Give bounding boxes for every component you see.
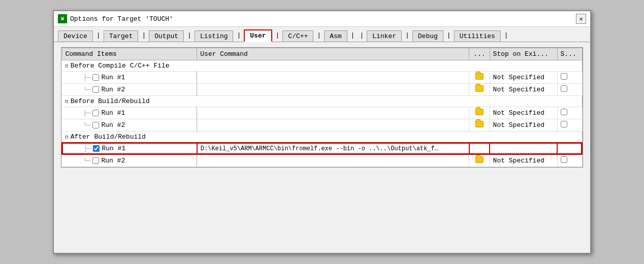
after-build-run1-ellipsis [469, 143, 490, 154]
table-row-highlighted: ├─ Run #1 D:\Keil_v5\ARM\ARMCC\bin\frome… [62, 143, 582, 154]
before-compile-run2-command [197, 84, 469, 96]
table-container: Command Items User Command ... Stop on E… [61, 47, 583, 168]
before-compile-run1-not-specified: Not Specified [493, 74, 544, 81]
expand-icon-before-compile[interactable]: ⊟ [65, 62, 69, 69]
after-build-run2-checkbox[interactable] [92, 157, 99, 164]
tree-line: ├─ [83, 74, 90, 81]
tab-listing[interactable]: Listing [195, 30, 234, 42]
header-user-command: User Command [197, 48, 469, 60]
before-compile-run2-label-cell: └─ Run #2 [62, 84, 197, 96]
tab-sep-3: | [185, 29, 194, 42]
tab-target[interactable]: Target [104, 30, 139, 42]
before-build-run1-s-checkbox[interactable] [561, 109, 567, 115]
before-compile-run2-checkbox[interactable] [92, 86, 99, 93]
after-build-run2-ellipsis [469, 154, 490, 167]
before-build-run2-not-specified: Not Specified [493, 121, 544, 129]
tab-sep-2: | [140, 29, 148, 42]
before-compile-run1-item: ├─ Run #1 [65, 74, 194, 81]
tab-sep-5: | [274, 29, 282, 42]
before-build-run2-s [557, 119, 582, 131]
tab-utilities[interactable]: Utilities [454, 30, 501, 42]
section-label-before-build: Before Build/Rebuild [71, 97, 150, 105]
before-compile-run1-ellipsis [469, 72, 490, 84]
section-before-compile: ⊟ Before Compile C/C++ File [62, 60, 582, 72]
folder-icon[interactable] [475, 109, 484, 115]
tab-sep-7b: | [358, 29, 366, 42]
before-build-run1-stop: Not Specified [490, 107, 557, 119]
after-build-run1-s [557, 143, 582, 154]
before-build-run2-stop: Not Specified [490, 119, 557, 131]
before-compile-run1-command [197, 72, 469, 84]
main-content: Command Items User Command ... Stop on E… [54, 42, 590, 253]
after-build-run2-command [197, 154, 469, 167]
tab-sep-1: | [94, 29, 103, 42]
close-button[interactable]: ✕ [576, 14, 586, 24]
tree-line: └─ [83, 86, 90, 93]
tab-debug[interactable]: Debug [412, 30, 443, 42]
before-build-run1-label: Run #1 [101, 109, 125, 117]
folder-icon[interactable] [475, 85, 484, 92]
after-build-run2-label: Run #2 [101, 157, 125, 164]
expand-icon-after-build[interactable]: ⊟ [65, 134, 69, 140]
before-build-run1-label-cell: ├─ Run #1 [62, 107, 197, 119]
tab-device[interactable]: Device [58, 30, 93, 42]
before-compile-run1-label-cell: ├─ Run #1 [62, 72, 197, 84]
section-header-before-build: ⊟ Before Build/Rebuild [62, 96, 582, 107]
title-bar-left: W Options for Target 'TOUCH' [58, 14, 173, 23]
tab-cpp[interactable]: C/C++ [282, 30, 313, 42]
header-ellipsis: ... [469, 48, 490, 60]
tree-line: ├─ [84, 145, 91, 152]
folder-icon[interactable] [475, 156, 484, 163]
tab-sep-7: | [349, 29, 357, 42]
after-build-run2-label-cell: └─ Run #2 [62, 154, 197, 167]
before-compile-run1-s [557, 72, 582, 84]
before-build-run2-s-checkbox[interactable] [561, 121, 567, 127]
before-compile-run1-s-checkbox[interactable] [561, 73, 567, 80]
before-compile-run2-s-checkbox[interactable] [561, 85, 567, 92]
before-build-run1-not-specified: Not Specified [493, 109, 544, 117]
table-row: ├─ Run #1 Not Specified [62, 107, 582, 119]
before-compile-run1-checkbox[interactable] [92, 74, 99, 81]
dialog-title: Options for Target 'TOUCH' [70, 15, 173, 23]
after-build-run1-stop [490, 143, 557, 154]
after-build-run2-stop: Not Specified [490, 154, 557, 167]
app-icon: W [58, 14, 67, 23]
tab-output[interactable]: Output [149, 30, 184, 42]
section-after-build: ⊟ After Build/Rebuild [62, 131, 582, 143]
folder-icon[interactable] [475, 121, 484, 127]
user-table: Command Items User Command ... Stop on E… [61, 48, 583, 167]
before-build-run2-label: Run #2 [101, 121, 125, 129]
before-compile-run1-stop: Not Specified [490, 72, 557, 84]
before-compile-run2-item: └─ Run #2 [65, 86, 194, 93]
after-build-run1-label-cell: ├─ Run #1 [62, 143, 197, 154]
tab-linker[interactable]: Linker [367, 30, 402, 42]
after-build-run2-s [557, 154, 582, 167]
folder-icon[interactable] [475, 73, 484, 80]
before-compile-run2-s [557, 84, 582, 96]
expand-icon-before-build[interactable]: ⊟ [65, 98, 69, 105]
after-build-run2-s-checkbox[interactable] [561, 156, 567, 163]
before-build-run1-s [557, 107, 582, 119]
before-compile-run2-ellipsis [469, 84, 490, 96]
tab-asm[interactable]: Asm [324, 30, 347, 42]
after-build-run1-label: Run #1 [102, 145, 125, 152]
tab-user[interactable]: User [244, 29, 272, 42]
section-label-before-compile: Before Compile C/C++ File [71, 62, 170, 70]
dialog: W Options for Target 'TOUCH' ✕ Device | … [53, 10, 591, 254]
table-row: └─ Run #2 Not Specified [62, 154, 582, 167]
table-row: └─ Run #2 Not Specified [62, 84, 582, 96]
after-build-run1-checkbox[interactable] [93, 145, 100, 152]
table-row: └─ Run #2 Not Specified [62, 119, 582, 131]
before-build-run1-checkbox[interactable] [92, 110, 99, 116]
before-build-run2-label-cell: └─ Run #2 [62, 119, 197, 131]
tree-line: └─ [83, 157, 90, 164]
tab-sep-6: | [315, 29, 323, 42]
before-build-run2-ellipsis [469, 119, 490, 131]
after-build-run1-command-cell: D:\Keil_v5\ARM\ARMCC\bin\fromelf.exe --b… [197, 143, 469, 154]
before-build-run2-checkbox[interactable] [92, 122, 99, 128]
tab-sep-9: | [445, 29, 453, 42]
section-label-after-build: After Build/Rebuild [71, 133, 146, 141]
tab-sep-8: | [403, 29, 411, 42]
before-compile-run2-not-specified: Not Specified [493, 86, 544, 93]
tree-line: ├─ [83, 110, 90, 117]
